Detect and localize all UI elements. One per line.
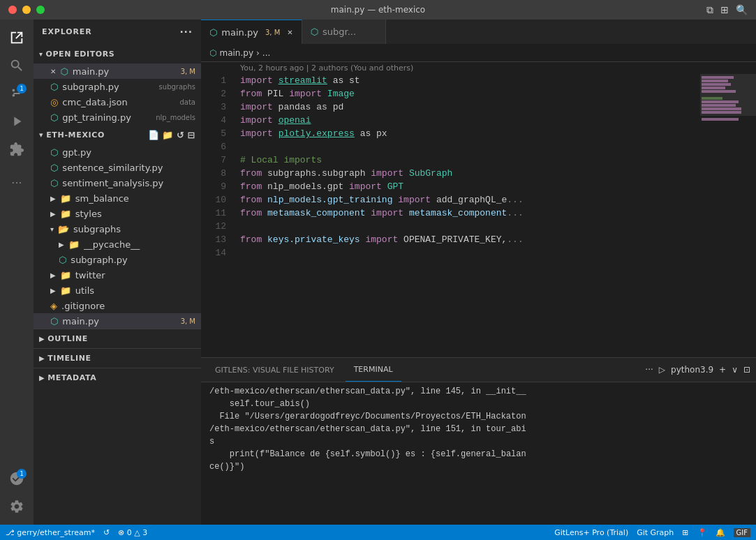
code-content[interactable]: import streamlit as st from PIL import I… bbox=[232, 74, 700, 357]
file-sentiment-analysis-name: sentiment_analysis.py bbox=[62, 178, 195, 188]
file-sentence-similarity[interactable]: ⬡ sentence_similarity.py bbox=[34, 160, 201, 175]
terminal-tabs: GITLENS: VISUAL FILE HISTORY TERMINAL ··… bbox=[201, 358, 756, 382]
gitlens-tab-label: GITLENS: VISUAL FILE HISTORY bbox=[215, 366, 334, 375]
title-bar: main.py — eth-mexico ⧉ ⊞ 🔍 bbox=[0, 0, 756, 20]
refresh-icon[interactable]: ↺ bbox=[177, 130, 185, 140]
open-editor-subgraph-py[interactable]: ⬡ subgraph.py subgraphs bbox=[34, 79, 201, 94]
status-icon-2[interactable]: 📍 bbox=[697, 528, 707, 537]
error-warning-status[interactable]: ⊗ 0 △ 3 bbox=[118, 528, 147, 537]
minimize-button[interactable] bbox=[22, 6, 31, 14]
breadcrumb-dots[interactable]: ... bbox=[262, 48, 270, 58]
close-button[interactable] bbox=[8, 6, 17, 14]
status-icon-3[interactable]: 🔔 bbox=[716, 528, 725, 537]
git-icon: ◈ bbox=[50, 301, 57, 311]
tab-main-py-close[interactable]: ✕ bbox=[287, 29, 292, 36]
open-editors-section[interactable]: ▾ Open Editors bbox=[34, 44, 201, 63]
py-file-icon: ⬡ bbox=[50, 147, 58, 158]
terminal-run-icon[interactable]: ▷ bbox=[659, 365, 665, 375]
open-editor-gpt-training[interactable]: ⬡ gpt_training.py nlp_models bbox=[34, 110, 201, 125]
gitlens-status[interactable]: GitLens+ Pro (Trial) bbox=[554, 528, 628, 537]
folder-open-icon: 📂 bbox=[58, 224, 69, 234]
search-activity-icon[interactable] bbox=[4, 53, 29, 78]
file-sentence-similarity-name: sentence_similarity.py bbox=[62, 163, 195, 173]
chevron-utils: ▶ bbox=[50, 287, 56, 294]
terminal-more-icon[interactable]: ··· bbox=[645, 365, 653, 375]
code-line-10: from nlp_models.gpt_training import add_… bbox=[240, 193, 692, 207]
file-main-py[interactable]: ⬡ main.py 3, M bbox=[34, 313, 201, 329]
maximize-button[interactable] bbox=[36, 6, 45, 14]
source-control-activity-icon[interactable]: 1 bbox=[4, 81, 29, 106]
status-icon-1[interactable]: ⊞ bbox=[682, 528, 688, 537]
sidebar-more-icon[interactable]: ··· bbox=[179, 27, 193, 38]
accounts-activity-icon[interactable]: 1 bbox=[4, 466, 29, 491]
sync-status-icon[interactable]: ↺ bbox=[103, 528, 110, 537]
folder-utils-name: utils bbox=[75, 285, 195, 296]
split-editor-icon[interactable]: ⧉ bbox=[706, 4, 713, 16]
open-editor-cmc-json[interactable]: ◎ cmc_data.json data bbox=[34, 94, 201, 110]
line-numbers: 12345 678910 11121314 bbox=[201, 74, 232, 357]
git-graph-status[interactable]: Git Graph bbox=[637, 528, 674, 537]
code-line-9: from nlp_models.gpt import GPT bbox=[240, 180, 692, 193]
terminal-dropdown-icon[interactable]: ∨ bbox=[732, 365, 738, 375]
folder-sm-balance[interactable]: ▶ 📁 sm_balance bbox=[34, 190, 201, 206]
sidebar: Explorer ··· ▾ Open Editors ✕ ⬡ main.py … bbox=[34, 20, 201, 525]
folder-utils[interactable]: ▶ 📁 utils bbox=[34, 283, 201, 298]
open-editor-main-py-badge: 3, M bbox=[181, 68, 195, 75]
folder-subgraphs[interactable]: ▾ 📂 subgraphs bbox=[34, 221, 201, 237]
gitlens-tab[interactable]: GITLENS: VISUAL FILE HISTORY bbox=[207, 358, 343, 382]
file-sentiment-analysis[interactable]: ⬡ sentiment_analysis.py bbox=[34, 175, 201, 190]
open-editor-main-py[interactable]: ✕ ⬡ main.py 3, M bbox=[34, 63, 201, 79]
timeline-chevron: ▶ bbox=[39, 354, 45, 362]
terminal-add-icon[interactable]: + bbox=[719, 365, 726, 375]
timeline-section[interactable]: ▶ Timeline bbox=[34, 348, 201, 368]
open-editor-cmc-json-name: cmc_data.json bbox=[62, 97, 175, 107]
folder-sm-balance-name: sm_balance bbox=[75, 193, 195, 204]
editor-area: ⬡ main.py 3, M ✕ ⬡ subgr... ⬡ main.py › … bbox=[201, 20, 756, 525]
outline-section[interactable]: ▶ Outline bbox=[34, 329, 201, 348]
metadata-chevron: ▶ bbox=[39, 374, 45, 382]
file-subgraph-py[interactable]: ⬡ subgraph.py bbox=[34, 252, 201, 267]
code-line-14 bbox=[240, 246, 692, 260]
py-breadcrumb-icon: ⬡ bbox=[209, 48, 216, 58]
folder-pycache[interactable]: ▶ 📁 __pycache__ bbox=[34, 237, 201, 252]
git-branch-status[interactable]: ⎇ gerry/ether_stream* bbox=[6, 528, 95, 537]
term-line-5: s bbox=[209, 437, 748, 449]
status-bar: ⎇ gerry/ether_stream* ↺ ⊗ 0 △ 3 GitLens+… bbox=[0, 525, 756, 540]
new-file-icon[interactable]: 📄 bbox=[148, 130, 160, 140]
terminal-tab[interactable]: TERMINAL bbox=[346, 358, 401, 382]
eth-mexico-folder[interactable]: ▾ ETH-MEXICO 📄 📁 ↺ ⊟ bbox=[34, 125, 201, 144]
layout-icon[interactable]: ⊞ bbox=[720, 4, 729, 15]
folder-twitter[interactable]: ▶ 📁 twitter bbox=[34, 267, 201, 283]
open-editor-gpt-label: nlp_models bbox=[156, 114, 195, 121]
collapse-icon[interactable]: ⊟ bbox=[187, 130, 195, 140]
metadata-section[interactable]: ▶ Metadata bbox=[34, 368, 201, 387]
file-gpt-py[interactable]: ⬡ gpt.py bbox=[34, 144, 201, 160]
accounts-badge: 1 bbox=[17, 469, 27, 479]
gif-badge: GIF bbox=[734, 528, 750, 537]
chevron-pycache: ▶ bbox=[59, 241, 64, 248]
terminal-split-icon[interactable]: ⊡ bbox=[743, 365, 750, 375]
git-blame-bar: You, 2 hours ago | 2 authors (You and ot… bbox=[201, 62, 756, 74]
settings-activity-icon[interactable] bbox=[4, 494, 29, 519]
close-icon[interactable]: ✕ bbox=[50, 68, 56, 75]
run-activity-icon[interactable] bbox=[4, 109, 29, 134]
folder-subgraphs-name: subgraphs bbox=[73, 224, 195, 234]
search-title-icon[interactable]: 🔍 bbox=[736, 4, 748, 15]
terminal-content[interactable]: /eth-mexico/etherscan/etherscan_data.py"… bbox=[201, 382, 756, 525]
file-main-py-name: main.py bbox=[62, 316, 176, 327]
terminal-python-label: python3.9 bbox=[671, 365, 713, 375]
folder-icon: 📁 bbox=[68, 239, 80, 250]
explorer-activity-icon[interactable] bbox=[4, 25, 29, 50]
new-folder-icon[interactable]: 📁 bbox=[162, 130, 174, 140]
folder-styles[interactable]: ▶ 📁 styles bbox=[34, 206, 201, 221]
file-gitignore[interactable]: ◈ .gitignore bbox=[34, 298, 201, 313]
folder-icon: 📁 bbox=[60, 270, 71, 280]
tab-subgraph[interactable]: ⬡ subgr... bbox=[302, 20, 386, 44]
tab-main-py[interactable]: ⬡ main.py 3, M ✕ bbox=[201, 20, 302, 44]
term-line-6: print(f"Balance de {self.symbol()} es : … bbox=[209, 449, 748, 462]
breadcrumb-filename[interactable]: main.py bbox=[219, 48, 253, 58]
more-activity-icon[interactable]: ··· bbox=[4, 170, 29, 195]
extensions-activity-icon[interactable] bbox=[4, 137, 29, 162]
tab-subgraph-name: subgr... bbox=[323, 27, 356, 37]
outline-chevron: ▶ bbox=[39, 335, 45, 343]
